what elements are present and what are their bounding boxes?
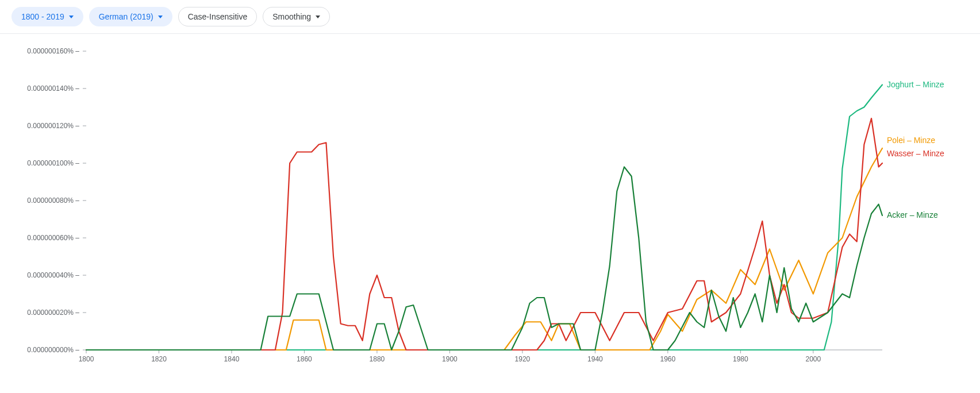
dropdown-caret-icon	[158, 16, 163, 18]
y-tick-label: 0.000000100% –	[27, 159, 79, 167]
y-tick-label: 0.000000040% –	[27, 271, 79, 279]
corpus-pill[interactable]: German (2019)	[89, 7, 172, 26]
x-tick-label: 1860	[297, 355, 312, 363]
x-tick-label: 1840	[224, 355, 240, 363]
series-label[interactable]: Polei – Minze	[887, 136, 935, 145]
y-tick-label: 0.000000060% –	[27, 234, 79, 242]
case-label: Case-Insensitive	[188, 12, 248, 21]
x-tick-label: 1900	[442, 355, 458, 363]
series-label[interactable]: Joghurt – Minze	[887, 80, 944, 89]
dropdown-caret-icon	[316, 16, 320, 18]
x-tick-label: 1800	[79, 355, 94, 363]
dropdown-caret-icon	[69, 16, 74, 18]
year-range-pill[interactable]: 1800 - 2019	[11, 7, 83, 26]
x-tick-label: 1980	[733, 355, 748, 363]
series-label[interactable]: Wasser – Minze	[887, 149, 944, 158]
smoothing-label: Smoothing	[272, 12, 311, 21]
x-tick-label: 1940	[587, 355, 603, 363]
filter-toolbar: 1800 - 2019 German (2019) Case-Insensiti…	[0, 0, 980, 34]
series-line[interactable]	[86, 85, 882, 350]
chart-svg: 0.000000000% –0.000000020% –0.000000040%…	[11, 45, 969, 379]
case-insensitive-pill[interactable]: Case-Insensitive	[178, 7, 258, 26]
ngram-chart: 0.000000000% –0.000000020% –0.000000040%…	[0, 34, 980, 390]
year-range-label: 1800 - 2019	[21, 12, 64, 21]
y-tick-label: 0.000000000% –	[27, 346, 79, 354]
corpus-label: German (2019)	[99, 12, 153, 21]
x-tick-label: 1880	[370, 355, 385, 363]
x-tick-label: 1960	[660, 355, 676, 363]
smoothing-pill[interactable]: Smoothing	[263, 7, 330, 26]
series-label[interactable]: Acker – Minze	[887, 210, 938, 219]
x-tick-label: 2000	[805, 355, 821, 363]
x-tick-label: 1820	[151, 355, 167, 363]
series-line[interactable]	[86, 167, 882, 350]
y-tick-label: 0.000000140% –	[27, 84, 79, 93]
y-tick-label: 0.000000080% –	[27, 196, 79, 205]
y-tick-label: 0.000000120% –	[27, 122, 79, 130]
x-tick-label: 1920	[515, 355, 531, 363]
y-tick-label: 0.000000020% –	[27, 309, 79, 317]
y-tick-label: 0.000000160% –	[27, 47, 79, 55]
